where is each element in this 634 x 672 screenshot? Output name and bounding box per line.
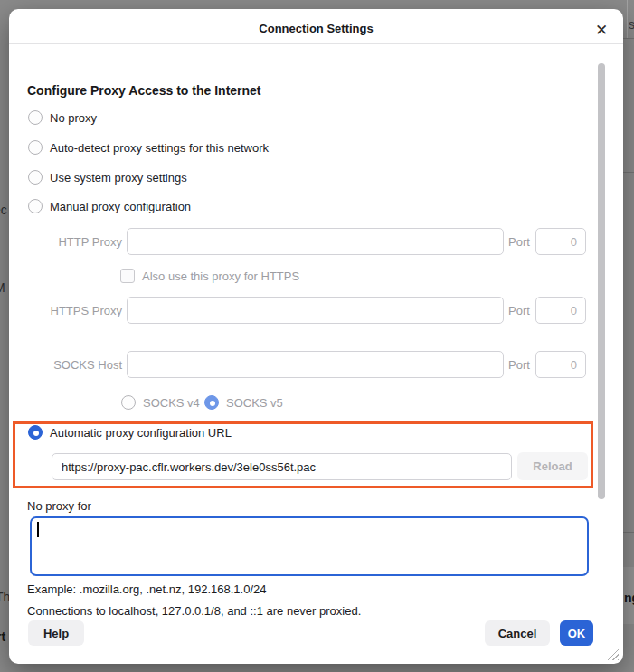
https-port-label: Port bbox=[508, 304, 530, 317]
radio-label: SOCKS v4 bbox=[143, 396, 200, 410]
radio-no-proxy[interactable]: No proxy bbox=[28, 110, 97, 125]
radio-icon[interactable] bbox=[28, 140, 43, 155]
radio-icon[interactable] bbox=[204, 395, 219, 410]
reload-button[interactable]: Reload bbox=[517, 452, 588, 480]
radio-auto-proxy-url[interactable]: Automatic proxy configuration URL bbox=[28, 425, 232, 440]
radio-icon[interactable] bbox=[28, 425, 43, 440]
http-proxy-label: HTTP Proxy bbox=[9, 235, 122, 249]
https-proxy-label: HTTPS Proxy bbox=[9, 304, 122, 317]
radio-label: SOCKS v5 bbox=[226, 396, 283, 410]
radio-icon[interactable] bbox=[121, 395, 136, 410]
radio-socks-v5[interactable]: SOCKS v5 bbox=[204, 395, 283, 410]
connection-settings-dialog: Connection Settings ✕ Configure Proxy Ac… bbox=[9, 9, 623, 664]
cancel-button[interactable]: Cancel bbox=[485, 620, 550, 646]
radio-label: No proxy bbox=[50, 111, 97, 125]
background-text-fragment: s bbox=[629, 17, 634, 32]
ok-button[interactable]: OK bbox=[560, 620, 593, 646]
http-proxy-input[interactable] bbox=[127, 228, 504, 255]
background-text-fragment: ng bbox=[624, 591, 634, 605]
background-text-fragment: rt bbox=[0, 629, 5, 644]
radio-icon[interactable] bbox=[28, 170, 43, 185]
radio-label: Automatic proxy configuration URL bbox=[50, 426, 232, 440]
background-text-fragment: M bbox=[0, 280, 5, 295]
background-divider bbox=[627, 0, 628, 38]
proxy-url-input[interactable] bbox=[52, 453, 512, 480]
close-icon[interactable]: ✕ bbox=[591, 19, 612, 41]
screen: { "overlay": { "fragments": [ { "text": … bbox=[0, 0, 634, 672]
radio-label: Auto-detect proxy settings for this netw… bbox=[50, 141, 269, 155]
https-port-input[interactable] bbox=[535, 297, 586, 324]
checkbox-label: Also use this proxy for HTTPS bbox=[142, 270, 299, 283]
socks-port-label: Port bbox=[508, 358, 530, 372]
https-proxy-input[interactable] bbox=[127, 297, 504, 324]
background-divider bbox=[623, 172, 634, 173]
page-title: Configure Proxy Access to the Internet bbox=[27, 83, 261, 98]
scrollbar-thumb[interactable] bbox=[598, 63, 605, 499]
use-proxy-for-https-checkbox[interactable]: Also use this proxy for HTTPS bbox=[120, 269, 299, 283]
http-port-input[interactable] bbox=[535, 228, 586, 255]
background-divider bbox=[623, 532, 634, 533]
no-proxy-for-label: No proxy for bbox=[27, 499, 91, 513]
socks-host-label: SOCKS Host bbox=[9, 358, 122, 372]
checkbox-icon[interactable] bbox=[120, 269, 135, 283]
example-text: Example: .mozilla.org, .net.nz, 192.168.… bbox=[27, 582, 267, 596]
dialog-title: Connection Settings bbox=[9, 22, 623, 35]
radio-socks-v4[interactable]: SOCKS v4 bbox=[121, 395, 200, 410]
resize-handle[interactable] bbox=[603, 645, 619, 660]
radio-label: Manual proxy configuration bbox=[50, 200, 191, 213]
radio-icon[interactable] bbox=[28, 110, 43, 125]
http-port-label: Port bbox=[508, 235, 530, 249]
header-divider bbox=[9, 43, 623, 44]
no-proxy-for-textarea[interactable] bbox=[30, 516, 589, 576]
radio-manual-proxy[interactable]: Manual proxy configuration bbox=[28, 199, 191, 213]
background-divider bbox=[623, 38, 634, 39]
text-cursor bbox=[37, 522, 39, 537]
localhost-note: Connections to localhost, 127.0.0.1/8, a… bbox=[27, 604, 361, 618]
radio-label: Use system proxy settings bbox=[50, 171, 187, 185]
socks-host-input[interactable] bbox=[127, 351, 504, 378]
radio-auto-detect[interactable]: Auto-detect proxy settings for this netw… bbox=[28, 140, 269, 155]
help-button[interactable]: Help bbox=[28, 620, 84, 646]
radio-system-proxy[interactable]: Use system proxy settings bbox=[28, 170, 187, 185]
background-text-fragment: ec bbox=[0, 203, 7, 217]
socks-port-input[interactable] bbox=[535, 351, 586, 378]
radio-icon[interactable] bbox=[28, 199, 43, 213]
